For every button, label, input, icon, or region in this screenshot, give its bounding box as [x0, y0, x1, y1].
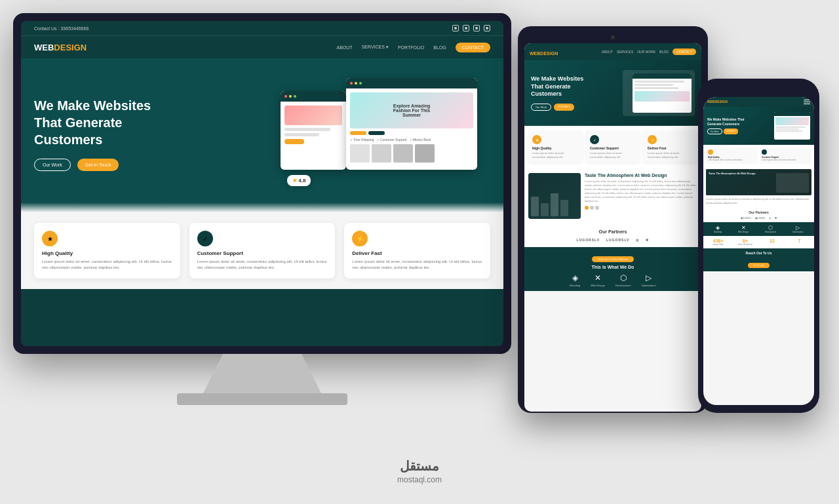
p-svc-webdesign: ✕ Web Design: [738, 225, 749, 233]
hero-buttons: Our Work Get In Touch: [34, 159, 178, 171]
phone-partners: Our Partners ◉ LOGO ◉ LOGO ◎ ✚: [703, 208, 814, 222]
phone-hamburger-icon[interactable]: [804, 99, 810, 104]
t-support-text: Lorem ipsum dolor sit amet consectetur a…: [590, 151, 636, 159]
nav-services[interactable]: SERVICES ▾: [362, 45, 389, 50]
tablet-partners: Our Partners LUGORSLV LUGORSLV ◎ ✚: [524, 224, 701, 247]
tablet-hero-headline: We Make Websites That Generate Customers: [531, 75, 596, 98]
watermark-arabic: مستقل: [397, 458, 442, 474]
support-icon: ✓: [197, 231, 213, 246]
p-reach-title: Reach Out To Us: [706, 251, 811, 255]
tablet-menu: ABOUT SERVICES OUR WORK BLOG CONTACT: [602, 48, 696, 55]
t-services-title: This Is What We Do: [528, 265, 697, 269]
monitor-features: ★ High Quality Lorem ipsum dolor sit ame…: [21, 212, 503, 289]
monitor-menu: ABOUT SERVICES ▾ PORTFOLIO BLOG CONTACT: [337, 43, 490, 52]
t-services-cta[interactable]: Click Here To See Website: [592, 256, 633, 262]
monitor-header: WEBDESIGN ABOUT SERVICES ▾ PORTFOLIO BLO…: [21, 36, 503, 58]
p-partner-2: ◉ LOGO: [755, 216, 766, 220]
logo-web: WEB: [34, 43, 54, 52]
t-services-icons: ◈ Branding ✕ Web Design ⬡ Development: [528, 273, 697, 287]
get-in-touch-button[interactable]: Get In Touch: [77, 159, 119, 171]
tablet-hero-mockup: [623, 70, 695, 116]
p-stat-1: 438+ Happy Stats: [706, 239, 730, 246]
hero-headline: We Make Websites That Generate Customers: [34, 97, 178, 148]
p-partner-3: ◎: [769, 216, 771, 220]
tablet-contact-btn[interactable]: CONTACT: [554, 104, 574, 111]
p-partner-1: ◉ LOGO: [741, 216, 751, 220]
t-support-title: Customer Support: [590, 146, 636, 150]
t-service-branding: ◈ Branding: [570, 273, 580, 287]
feature-card-fast: ⚡ Deliver Fast Lorem ipsum dolor sit ame…: [344, 223, 490, 279]
t-nav-portfolio[interactable]: OUR WORK: [637, 50, 655, 54]
t-partner-2: LUGORSLV: [606, 238, 629, 242]
nav-portfolio[interactable]: PORTFOLIO: [398, 45, 424, 50]
p-svc-branding: ◈ Branding: [714, 225, 722, 233]
p-stat-num-4: 7: [787, 239, 811, 243]
t-quality-title: High Quality: [532, 146, 578, 150]
instagram-icon: [473, 25, 480, 31]
tablet-hero-btns: Our Work CONTACT: [531, 104, 596, 111]
t-nav-services[interactable]: SERVICES: [617, 50, 633, 54]
logo-design: DESIGN: [54, 43, 87, 52]
t-nav-contact[interactable]: CONTACT: [673, 48, 696, 55]
monitor-screen: Contact Us : 33653446666 WEBDESIGN: [21, 21, 503, 346]
fast-icon: ⚡: [352, 231, 368, 246]
t-partner-logos: LUGORSLV LUGORSLV ◎ ✚: [528, 238, 697, 242]
tablet: WEBDESIGN ABOUT SERVICES OUR WORK BLOG C…: [518, 26, 708, 419]
phone-stats: 438+ Happy Stats 8+ Team Of Experts 12 7: [703, 236, 814, 248]
tablet-hero: We Make Websites That Generate Customers…: [524, 60, 701, 126]
p-svc-development: ⬡ Development: [765, 225, 777, 233]
tablet-logo: WEBDESIGN: [530, 46, 558, 58]
t-partner-3: ◎: [636, 238, 639, 242]
phone: WEBDESIGN We Make Websites That Generate…: [698, 79, 819, 419]
rating-badge: ★ 4.8: [287, 175, 311, 186]
phone-header: WEBDESIGN: [703, 97, 814, 107]
phone-atmosphere: Taste The Atmosphere At Web Design Lorem…: [703, 166, 814, 208]
t-feat-fast: ⚡ Deliver Fast Lorem ipsum dolor sit ame…: [644, 131, 697, 163]
monitor-body: Contact Us : 33653446666 WEBDESIGN: [13, 13, 511, 354]
p-atm-image: Taste The Atmosphere At Web Design: [706, 169, 811, 195]
t-fast-icon: ⚡: [648, 135, 657, 144]
t-nav-blog[interactable]: BLOG: [659, 50, 669, 54]
t-atm-text: Taste The Atmosphere At Web Design Lorem…: [585, 173, 697, 219]
tablet-logo-design: DESIGN: [540, 51, 558, 56]
tablet-hero-text: We Make Websites That Generate Customers…: [531, 75, 596, 111]
p-contact-btn[interactable]: CONTACT: [724, 128, 738, 134]
p-services-icons: ◈ Branding ✕ Web Design ⬡ Development: [706, 225, 811, 233]
t-fast-title: Deliver Fast: [648, 146, 693, 150]
our-work-button[interactable]: Our Work: [34, 159, 71, 171]
t-atm-image: [528, 173, 581, 219]
tablet-services: Click Here To See Website This Is What W…: [524, 247, 701, 291]
p-partners-title: Our Partners: [706, 210, 811, 214]
p-feat-support: Customer Support Lorem ipsum dolor sit a…: [760, 147, 811, 164]
t-quality-text: Lorem ipsum dolor sit amet consectetur a…: [532, 151, 578, 159]
feature-fast-text: Lorem ipsum dolor sit amet, consectetur …: [352, 259, 482, 271]
tablet-screen: WEBDESIGN ABOUT SERVICES OUR WORK BLOG C…: [524, 43, 701, 412]
feature-support-text: Lorem ipsum dolor sit amet, consectetur …: [197, 259, 328, 271]
phone-notch: [739, 87, 779, 94]
monitor-nav: Contact Us : 33653446666: [21, 21, 503, 36]
feature-fast-title: Deliver Fast: [352, 250, 482, 256]
phone-hero-btns: Our Work CONTACT: [707, 128, 747, 134]
phone-hero-headline: We Make Websites That Generate Customers: [707, 117, 747, 126]
feature-quality-text: Lorem ipsum dolor sit amet, consectetur …: [42, 259, 172, 271]
p-stat-label-2: Team Of Experts: [733, 243, 757, 246]
p-support-text: Lorem ipsum dolor sit amet consectetur.: [762, 159, 810, 162]
phone-body: WEBDESIGN We Make Websites That Generate…: [698, 79, 819, 413]
p-stat-2: 8+ Team Of Experts: [733, 239, 757, 246]
p-feat-quality: High Quality Lorem ipsum dolor sit amet …: [706, 147, 758, 164]
p-reach-btn[interactable]: Get In Touch: [748, 263, 770, 268]
tablet-our-work-btn[interactable]: Our Work: [531, 104, 551, 111]
monitor-base: [177, 393, 347, 405]
phone-services: ◈ Branding ✕ Web Design ⬡ Development: [703, 222, 814, 236]
tablet-logo-web: WEB: [530, 51, 540, 56]
t-nav-about[interactable]: ABOUT: [602, 50, 613, 54]
nav-blog[interactable]: BLOG: [433, 45, 446, 50]
nav-contact-btn[interactable]: CONTACT: [456, 43, 490, 52]
phone-logo: WEBDESIGN: [707, 100, 728, 104]
nav-about[interactable]: ABOUT: [337, 45, 353, 50]
p-our-work-btn[interactable]: Our Work: [707, 128, 722, 134]
t-support-icon: ✓: [590, 135, 599, 144]
tablet-atmosphere: Taste The Atmosphere At Web Design Lorem…: [524, 168, 701, 224]
feature-card-quality: ★ High Quality Lorem ipsum dolor sit ame…: [34, 223, 180, 279]
hero-text: We Make Websites That Generate Customers…: [34, 97, 178, 171]
